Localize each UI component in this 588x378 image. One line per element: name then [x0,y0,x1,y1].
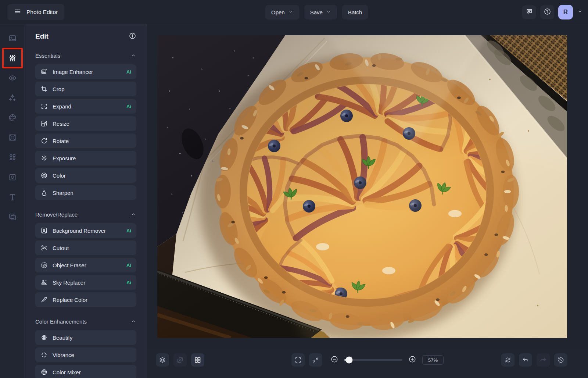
adjust-sliders-icon [8,54,17,63]
ai-badge: Ai [126,69,131,75]
tool-label: Rotate [53,138,131,144]
crop-icon [40,85,48,93]
history-button[interactable] [554,353,567,367]
tool-vibrance[interactable]: Vibrance [35,347,136,362]
zoom-out-button[interactable] [330,355,338,365]
tool-rotate[interactable]: Rotate [35,133,136,148]
main-menu-button[interactable]: Photo Editor [7,4,64,20]
tool-label: Color [53,172,131,179]
bottom-center-group: 57% [291,353,444,367]
section-label: Essentials [35,53,60,59]
page-title: Edit [35,32,49,40]
compare-icon [176,356,184,364]
fullscreen-icon [294,356,302,364]
section-color-enhancements: Color EnhancementsBeautifyVibranceColor … [35,317,136,378]
save-label: Save [310,9,323,15]
rail-item-elements[interactable] [4,149,21,165]
tool-resize[interactable]: Resize [35,116,136,131]
rail-item-photos[interactable] [4,30,21,46]
fullscreen-button[interactable] [291,353,305,367]
image-icon [8,34,17,43]
rail-item-textures[interactable] [4,169,21,185]
chevron-down-icon [577,8,583,14]
batch-button[interactable]: Batch [342,5,368,19]
exposure-icon [40,154,48,162]
avatar[interactable]: R [558,5,573,19]
grid-view-button[interactable] [191,353,204,367]
tool-object-eraser[interactable]: Object EraserAi [35,258,136,272]
tool-label: Background Remover [53,228,122,234]
ai-badge: Ai [126,104,131,109]
tool-list: Image EnhancerAiCropExpandAiResizeRotate… [35,64,136,200]
tool-expand[interactable]: ExpandAi [35,99,136,114]
section-essentials: EssentialsImage EnhancerAiCropExpandAiRe… [35,51,136,200]
tool-crop[interactable]: Crop [35,82,136,96]
topbar-right: R [522,5,583,19]
zoom-in-icon [408,355,416,363]
save-button[interactable]: Save [304,5,337,19]
tool-color[interactable]: Color [35,168,136,183]
tool-cutout[interactable]: Cutout [35,240,136,255]
history-icon [557,356,564,364]
tool-exposure[interactable]: Exposure [35,151,136,165]
ai-badge: Ai [126,228,131,233]
tool-list: BeautifyVibranceColor Mixer [35,330,136,378]
zoom-in-button[interactable] [408,355,416,365]
sharpen-icon [40,189,48,196]
rail-item-text[interactable] [4,189,21,205]
expand-icon [40,103,48,110]
tool-label: Sky Replacer [53,279,122,286]
bottom-right-group [501,353,567,367]
section-label: Remove/Replace [35,211,78,218]
tool-label: Beautify [53,335,131,341]
rail-item-frames[interactable] [4,129,21,146]
redo-button [537,353,550,367]
copies-icon [8,213,17,221]
canvas-area [147,24,588,348]
resize-icon [40,120,48,127]
rail-item-retouch[interactable] [4,70,21,86]
zoom-level-field[interactable]: 57% [422,355,444,365]
section-header[interactable]: Essentials [35,51,136,60]
fit-screen-button[interactable] [309,353,322,367]
tool-sky-replacer[interactable]: Sky ReplacerAi [35,275,136,290]
canvas-image[interactable] [157,35,567,338]
zoom-slider[interactable] [344,359,402,361]
image-enhancer-icon [40,68,48,75]
tool-color-mixer[interactable]: Color Mixer [35,365,136,378]
info-button[interactable] [129,32,136,41]
help-button[interactable] [540,5,554,19]
rail-item-duplicate[interactable] [4,209,21,225]
chevron-up-icon [130,53,136,58]
rail-item-ai-tools[interactable] [4,90,21,106]
section-header[interactable]: Color Enhancements [35,317,136,326]
photo-editor-app: Photo Editor Open Save Batch R [0,0,588,378]
account-menu-chevron[interactable] [577,8,583,16]
zoom-slider-knob[interactable] [345,357,352,364]
chevron-up-icon [130,211,136,217]
file-actions: Open Save Batch [265,5,368,19]
tool-beautify[interactable]: Beautify [35,330,136,345]
undo-button[interactable] [519,353,532,367]
tool-rail [0,24,25,378]
sky-replacer-icon [40,279,48,286]
rotate-icon [40,137,48,145]
tool-label: Cutout [53,245,131,251]
tool-replace-color[interactable]: Replace Color [35,292,136,307]
chevron-down-icon [288,9,293,14]
rail-item-draw[interactable] [4,110,21,126]
tool-image-enhancer[interactable]: Image EnhancerAi [35,64,136,79]
object-eraser-icon [40,261,48,269]
tool-background-remover[interactable]: Background RemoverAi [35,223,136,238]
eye-icon [8,74,17,82]
layers-icon [159,356,166,364]
section-header[interactable]: Remove/Replace [35,210,136,219]
open-button[interactable]: Open [265,5,299,19]
feedback-button[interactable] [522,5,536,19]
layers-button[interactable] [156,353,169,367]
reset-button[interactable] [501,353,514,367]
tool-sharpen[interactable]: Sharpen [35,185,136,200]
rail-item-adjust[interactable] [4,50,21,66]
photo-galette [157,35,567,338]
tool-label: Expand [53,103,122,110]
